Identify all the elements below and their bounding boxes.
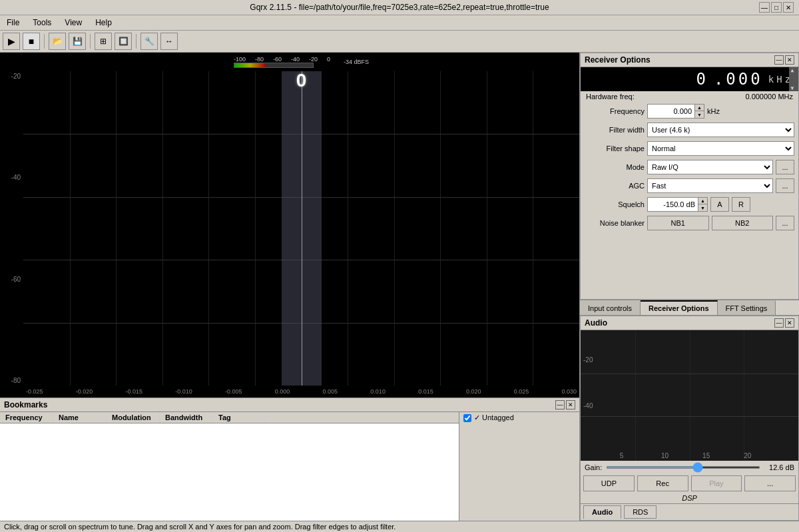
audio-minimize-btn[interactable]: — xyxy=(774,318,784,328)
minimize-button[interactable]: — xyxy=(759,2,770,13)
mode-select[interactable]: Raw I/Q AM FM SSB CW xyxy=(647,160,773,174)
rec-button[interactable]: Rec xyxy=(637,475,688,491)
bookmarks-content: Frequency Name Modulation Bandwidth Tag … xyxy=(0,412,579,521)
main-content: -20 -40 -60 -80 xyxy=(0,53,799,521)
meter-scale-area: -100 -80 -60 -40 -20 0 xyxy=(234,56,330,68)
audio-y-label-2: -40 xyxy=(583,402,593,409)
squelch-spinbox[interactable]: ▲ ▼ xyxy=(647,197,708,212)
meter-label-6: 0 xyxy=(327,56,330,63)
toolbar: ▶ ■ 📂 💾 ⊞ 🔲 🔧 ↔ xyxy=(0,31,799,53)
gain-row: Gain: 12.6 dB xyxy=(581,461,798,474)
receiver-options-header: Receiver Options — ✕ xyxy=(581,53,798,67)
audio-close-btn[interactable]: ✕ xyxy=(785,318,794,328)
nb1-button[interactable]: NB1 xyxy=(647,216,709,230)
udp-button[interactable]: UDP xyxy=(583,475,635,491)
squelch-r-button[interactable]: R xyxy=(732,197,750,212)
squelch-spin-down[interactable]: ▼ xyxy=(698,204,707,211)
title-bar-controls: — □ ✕ xyxy=(759,2,794,13)
dsp-label: DSP xyxy=(682,494,697,502)
squelch-input[interactable] xyxy=(648,198,698,211)
freq-digit-2: 0 xyxy=(738,70,750,89)
fullscreen-button[interactable]: ⊞ xyxy=(95,33,112,50)
nb2-button[interactable]: NB2 xyxy=(712,216,774,230)
y-label-3: -60 xyxy=(0,276,23,283)
rds-tab[interactable]: RDS xyxy=(624,505,657,519)
agc-select[interactable]: Fast Slow Medium Off xyxy=(647,178,773,193)
filter-shape-row: Filter shape Normal Soft Sharp xyxy=(581,139,798,158)
prefs-button[interactable]: ↔ xyxy=(160,33,178,50)
frequency-input[interactable] xyxy=(648,105,694,118)
open-button[interactable]: 📂 xyxy=(49,33,66,50)
squelch-spin-arrows: ▲ ▼ xyxy=(698,198,707,211)
save-button[interactable]: 💾 xyxy=(69,33,86,50)
agc-label: AGC xyxy=(585,182,645,190)
tag-untagged-checkbox[interactable] xyxy=(463,414,471,422)
menu-help[interactable]: Help xyxy=(91,17,116,29)
frequency-unit: kHz xyxy=(707,107,727,115)
filter-width-select[interactable]: User (4.6 k) Narrow Normal Wide xyxy=(647,123,794,137)
nb-dots-button[interactable]: ... xyxy=(776,216,794,230)
spacer xyxy=(581,232,798,299)
squelch-label: Squelch xyxy=(585,200,645,208)
gain-slider[interactable] xyxy=(606,466,760,469)
freq-digit-dot: . xyxy=(714,70,726,89)
panel-close-btn[interactable]: ✕ xyxy=(785,55,794,65)
audio-dots-button[interactable]: ... xyxy=(744,475,796,491)
maximize-button[interactable]: □ xyxy=(771,2,782,13)
squelch-row: Squelch ▲ ▼ A R xyxy=(581,195,798,214)
bookmarks-title: Bookmarks xyxy=(4,400,47,409)
tab-receiver-options[interactable]: Receiver Options xyxy=(641,300,717,315)
freq-digit-display[interactable]: 0 . 0 0 0 kHz ▲ ▼ xyxy=(581,67,798,91)
noise-blanker-row: Noise blanker NB1 NB2 ... xyxy=(581,214,798,232)
col-tag: Tag xyxy=(213,412,266,423)
tab-fft-settings[interactable]: FFT Settings xyxy=(718,300,776,315)
close-button[interactable]: ✕ xyxy=(783,2,794,13)
meter-label-1: -100 xyxy=(234,56,246,63)
bookmarks-columns: Frequency Name Modulation Bandwidth Tag xyxy=(0,412,459,423)
audio-x-label-1: 5 xyxy=(620,452,624,459)
title-bar: Gqrx 2.11.5 - file=/path/to/your/file,fr… xyxy=(0,0,799,15)
x-label-2: -0.020 xyxy=(76,388,93,395)
x-label-12: 0.030 xyxy=(561,388,577,395)
filter-shape-select[interactable]: Normal Soft Sharp xyxy=(647,141,794,156)
filter-center-line xyxy=(302,71,302,386)
col-bandwidth: Bandwidth xyxy=(160,412,213,423)
col-frequency: Frequency xyxy=(0,412,53,423)
bookmarks-minimize-btn[interactable]: — xyxy=(555,400,565,409)
play-button[interactable]: Play xyxy=(691,475,742,491)
toolbar-separator-1 xyxy=(44,34,45,49)
audio-panel: Audio — ✕ -20 -40 5 10 15 20 xyxy=(580,316,799,521)
tab-input-controls[interactable]: Input controls xyxy=(580,300,641,315)
frequency-spin-up[interactable]: ▲ xyxy=(695,105,704,111)
spectrum-inner[interactable]: 0 xyxy=(23,71,579,386)
squelch-a-button[interactable]: A xyxy=(710,197,729,212)
squelch-spin-up[interactable]: ▲ xyxy=(698,198,707,204)
meter-dbfs-value: -34 dBFS xyxy=(344,59,369,65)
frequency-spinbox[interactable]: ▲ ▼ xyxy=(647,104,704,119)
play-button[interactable]: ▶ xyxy=(3,33,20,50)
spectrum-display[interactable]: -20 -40 -60 -80 xyxy=(0,53,579,398)
settings-button[interactable]: 🔧 xyxy=(140,33,158,50)
bookmarks-close-btn[interactable]: ✕ xyxy=(566,400,575,409)
audio-x-label-3: 15 xyxy=(702,452,710,459)
mode-row: Mode Raw I/Q AM FM SSB CW ... xyxy=(581,158,798,176)
audio-canvas: -20 -40 5 10 15 20 xyxy=(581,330,798,461)
stop-button[interactable]: ■ xyxy=(23,33,40,50)
something-button[interactable]: 🔲 xyxy=(115,33,132,50)
mode-dots-button[interactable]: ... xyxy=(776,160,794,174)
toolbar-separator-3 xyxy=(136,34,136,49)
freq-scroll[interactable]: ▲ ▼ xyxy=(789,67,798,91)
bookmarks-body[interactable] xyxy=(0,423,459,521)
status-bar: Click, drag or scroll on spectrum to tun… xyxy=(0,521,799,532)
frequency-spin-down[interactable]: ▼ xyxy=(695,111,704,118)
x-label-8: 0.010 xyxy=(370,388,386,395)
menu-view[interactable]: View xyxy=(61,17,86,29)
audio-tab[interactable]: Audio xyxy=(583,505,621,519)
meter-label-4: -40 xyxy=(291,56,300,63)
menu-file[interactable]: File xyxy=(3,17,23,29)
menu-tools[interactable]: Tools xyxy=(29,17,55,29)
y-label-1: -20 xyxy=(0,73,23,80)
bookmarks-table: Frequency Name Modulation Bandwidth Tag xyxy=(0,412,459,521)
panel-minimize-btn[interactable]: — xyxy=(774,55,784,65)
agc-dots-button[interactable]: ... xyxy=(776,178,794,193)
